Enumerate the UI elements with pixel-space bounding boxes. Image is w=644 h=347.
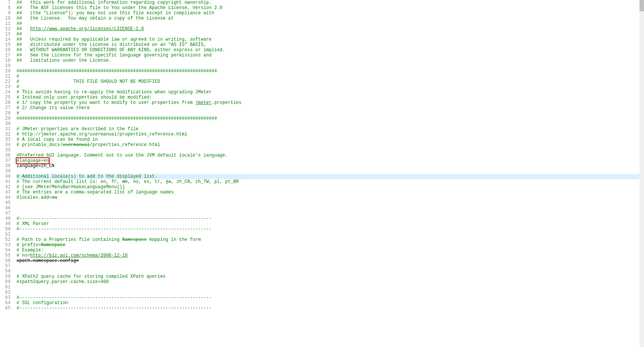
line-number: 29 [2, 116, 11, 121]
line-number: 8 [2, 5, 11, 11]
code-line [17, 63, 644, 68]
code-line: ## http://www.apache.org/licenses/LICENS… [17, 26, 644, 32]
line-number: 37 [2, 158, 11, 163]
line-number: 28 [2, 111, 11, 116]
line-numbers: 7891011121314151617181920212223242526272… [0, 0, 14, 347]
code-line: # The current default list is: en, fr, d… [17, 179, 644, 184]
editor-container: 7891011121314151617181920212223242526272… [0, 0, 644, 347]
line-number: 56 [2, 258, 11, 263]
scrollbar-thumb[interactable] [639, 0, 644, 11]
code-line: # This avoids having to re-apply the mod… [17, 90, 644, 95]
line-number: 49 [2, 221, 11, 227]
line-number: 30 [2, 121, 11, 126]
line-number: 11 [2, 21, 11, 26]
line-number: 65 [2, 306, 11, 311]
code-line: ## this work for additional information … [17, 0, 644, 5]
line-number: 7 [2, 0, 11, 5]
line-number: 41 [2, 179, 11, 184]
line-number: 15 [2, 42, 11, 47]
line-number: 31 [2, 126, 11, 132]
code-line: xpath.namespace.config= [17, 258, 644, 263]
line-number: 21 [2, 74, 11, 79]
code-line: #---------------------------------------… [17, 306, 644, 311]
line-number: 14 [2, 37, 11, 42]
code-line: # [see JMeterMenuBar#makeLanguageMenu()] [17, 184, 644, 190]
code-line [17, 285, 644, 290]
line-number: 47 [2, 211, 11, 216]
code-line [17, 263, 644, 269]
code-line: # XPath2 query cache for storing compile… [17, 274, 644, 279]
line-number: 22 [2, 79, 11, 84]
code-line: ## distributed under the License is dist… [17, 42, 644, 47]
line-number: 32 [2, 132, 11, 137]
line-number: 25 [2, 95, 11, 100]
code-line: ## (the "License"); you may not use this… [17, 11, 644, 16]
line-number: 34 [2, 142, 11, 148]
line-number: 48 [2, 216, 11, 221]
code-line: ## The ASF licenses this file to You und… [17, 5, 644, 11]
code-line: #---------------------------------------… [17, 227, 644, 232]
line-number: 61 [2, 285, 11, 290]
code-line: #---------------------------------------… [17, 216, 644, 221]
code-line: # 1/ copy the property you want to modif… [17, 100, 644, 105]
line-number: 36 [2, 153, 11, 158]
line-number: 57 [2, 263, 11, 269]
line-number: 24 [2, 90, 11, 95]
code-line [17, 121, 644, 126]
code-line: ## WITHOUT WARRANTIES OR CONDITIONS OF A… [17, 47, 644, 53]
code-line: #---------------------------------------… [17, 295, 644, 300]
code-line [17, 205, 644, 211]
code-line [17, 148, 644, 153]
line-number: 42 [2, 184, 11, 190]
code-line: #locales.add=zu [17, 195, 644, 200]
line-number: 33 [2, 137, 11, 142]
code-line: ## See the License for the specific lang… [17, 53, 644, 58]
scrollbar[interactable] [639, 0, 644, 347]
line-number: 27 [2, 105, 11, 111]
code-line: #language=en [17, 158, 644, 163]
code-line: ########################################… [17, 68, 644, 74]
line-number: 59 [2, 274, 11, 279]
code-line: # JMeter properties are described in the… [17, 126, 644, 132]
line-number: 50 [2, 227, 11, 232]
code-line [17, 269, 644, 274]
line-number: 62 [2, 290, 11, 295]
code-line: # [17, 111, 644, 116]
code-line: ########################################… [17, 116, 644, 121]
code-line: # Path to a Properties file containing N… [17, 237, 644, 242]
code-line: ## the License. You may obtain a copy of… [17, 16, 644, 21]
code-line [17, 290, 644, 295]
code-line: # ns=http://biz.aol.com/schema/2006-12-1… [17, 253, 644, 258]
code-line: #xpath2query.parser.cache.size=400 [17, 279, 644, 285]
line-number: 63 [2, 295, 11, 300]
code-view: 7891011121314151617181920212223242526272… [0, 0, 644, 347]
line-number: 39 [2, 169, 11, 174]
code-line [17, 232, 644, 237]
line-number: 53 [2, 242, 11, 248]
code-line: ## limitations under the License. [17, 58, 644, 63]
line-number: 26 [2, 100, 11, 105]
code-line: # Instead only user.properties should be… [17, 95, 644, 100]
line-number: 23 [2, 84, 11, 90]
line-number: 40 [2, 174, 11, 179]
code-line: # http://jmeter.apache.org/usermanual/pr… [17, 132, 644, 137]
line-number: 43 [2, 190, 11, 195]
line-number: 38 [2, 163, 11, 169]
code-line: ## [17, 21, 644, 26]
line-number: 44 [2, 195, 11, 200]
code-line: # SSL configuration [17, 300, 644, 306]
code-line: # XML Parser [17, 221, 644, 227]
line-number: 16 [2, 47, 11, 53]
code-line: # A local copy can be found in [17, 137, 644, 142]
line-number: 20 [2, 68, 11, 74]
line-number: 60 [2, 279, 11, 285]
code-line: #Preferred GUI language. Comment out to … [17, 153, 644, 158]
code-line: language=zh_CN [17, 163, 644, 169]
code-content[interactable]: ## this work for additional information … [14, 0, 644, 347]
line-number: 13 [2, 32, 11, 37]
line-number: 17 [2, 53, 11, 58]
line-number: 19 [2, 63, 11, 68]
line-number: 55 [2, 253, 11, 258]
line-number: 64 [2, 300, 11, 306]
line-number: 18 [2, 58, 11, 63]
